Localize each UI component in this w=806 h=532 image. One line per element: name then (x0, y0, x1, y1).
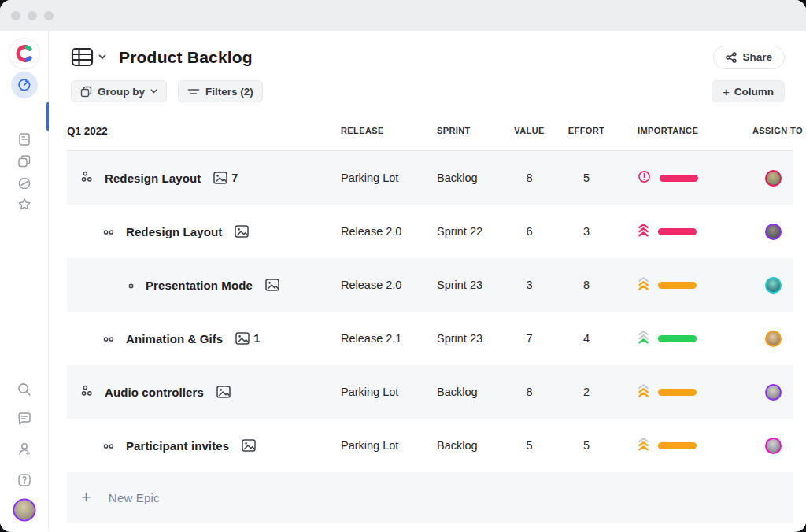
group-by-button[interactable]: Group by (71, 80, 167, 102)
attachment-badge (242, 439, 260, 452)
effort-cell[interactable]: 4 (567, 332, 606, 345)
column-header-release[interactable]: RELEASE (341, 126, 437, 135)
value-cell[interactable]: 6 (492, 225, 567, 238)
sprint-cell[interactable]: Backlog (437, 439, 492, 452)
column-header-assign-to[interactable]: ASSIGN TO (752, 126, 793, 135)
item-name-cell[interactable]: Animation & Gifs 1 (67, 331, 341, 345)
item-name-cell[interactable]: Redesign Layout 7 (67, 171, 341, 186)
invite-user-icon (17, 441, 32, 457)
importance-cell[interactable] (606, 330, 752, 347)
notes-icon (17, 132, 31, 146)
filters-label: Filters (2) (205, 86, 253, 98)
image-icon (242, 439, 256, 452)
table-row[interactable]: Redesign Layout 7 Parking Lot Backlog 8 … (67, 151, 793, 205)
column-header-effort[interactable]: EFFORT (567, 126, 606, 135)
table-row[interactable]: Redesign Layout Release 2.0 Sprint 22 6 … (67, 205, 793, 258)
release-cell[interactable]: Release 2.0 (341, 225, 437, 238)
sprint-cell[interactable]: Sprint 22 (437, 225, 492, 238)
value-cell[interactable]: 8 (492, 172, 567, 184)
value-cell[interactable]: 7 (492, 332, 567, 345)
item-type-icon (103, 224, 114, 238)
sprint-cell[interactable]: Sprint 23 (437, 279, 492, 291)
table-row[interactable]: Animation & Gifs 1 Release 2.1 Sprint 23… (67, 312, 793, 365)
table-row[interactable]: Audio controllers Parking Lot Backlog 8 … (67, 365, 793, 419)
attachment-count: 7 (231, 172, 238, 184)
table-row[interactable]: Presentation Mode Release 2.0 Sprint 23 … (67, 258, 793, 312)
group-header-label[interactable]: Q1 2022 (67, 125, 341, 137)
share-button[interactable]: Share (713, 46, 785, 69)
window-control-dot[interactable] (28, 11, 37, 20)
sprint-cell[interactable]: Backlog (437, 172, 492, 184)
sidebar-item-search[interactable] (17, 382, 32, 397)
sidebar-item-boards[interactable] (17, 154, 31, 169)
view-type-switcher[interactable] (71, 46, 106, 68)
sidebar-item-help[interactable] (17, 473, 31, 488)
importance-icon (638, 170, 651, 187)
item-name-cell[interactable]: Redesign Layout (67, 224, 341, 238)
importance-cell[interactable] (606, 170, 752, 187)
sidebar-user-avatar[interactable] (13, 499, 35, 522)
release-cell[interactable]: Release 2.1 (341, 332, 437, 345)
window-control-dot[interactable] (11, 11, 20, 20)
table-row[interactable]: Participant invites Parking Lot Backlog … (67, 419, 793, 472)
sprint-cell[interactable]: Backlog (437, 386, 492, 398)
column-header-sprint[interactable]: SPRINT (437, 126, 492, 135)
column-header-importance[interactable]: IMPORTANCE (606, 126, 752, 135)
importance-bar (658, 442, 697, 449)
item-name-cell[interactable]: Audio controllers (67, 385, 341, 400)
release-cell[interactable]: Parking Lot (341, 172, 437, 184)
sidebar-item-blocked[interactable] (17, 176, 31, 190)
item-name-cell[interactable]: Participant invites (67, 438, 341, 453)
assignee-cell[interactable] (752, 277, 793, 294)
importance-cell[interactable] (606, 276, 752, 294)
effort-cell[interactable]: 3 (567, 225, 606, 238)
main-content: Product Backlog Share Group (49, 31, 806, 531)
importance-cell[interactable] (606, 437, 752, 454)
craft-logo-icon (9, 39, 39, 68)
sidebar-item-dashboard[interactable] (11, 72, 38, 98)
value-cell[interactable]: 3 (492, 279, 567, 291)
backlog-table: Q1 2022 RELEASE SPRINT VALUE EFFORT IMPO… (67, 111, 793, 523)
effort-cell[interactable]: 2 (567, 386, 606, 398)
effort-cell[interactable]: 5 (567, 172, 606, 184)
app-window: Product Backlog Share Group (0, 0, 806, 532)
importance-cell[interactable] (606, 383, 752, 401)
assignee-cell[interactable] (752, 331, 793, 347)
add-column-label: Column (734, 86, 774, 98)
sidebar-item-invite[interactable] (17, 441, 32, 457)
search-icon (17, 382, 32, 397)
assignee-cell[interactable] (752, 384, 793, 401)
filters-button[interactable]: Filters (2) (178, 80, 263, 102)
importance-icon (638, 330, 649, 347)
window-titlebar (0, 0, 806, 31)
release-cell[interactable]: Parking Lot (341, 439, 437, 452)
value-cell[interactable]: 5 (492, 439, 567, 452)
add-column-button[interactable]: + Column (712, 80, 785, 102)
boards-icon (17, 154, 31, 169)
assignee-cell[interactable] (752, 224, 793, 240)
importance-bar (658, 228, 697, 235)
assignee-cell[interactable] (752, 170, 793, 187)
group-by-label: Group by (98, 86, 145, 98)
effort-cell[interactable]: 8 (567, 279, 606, 291)
app-logo[interactable] (9, 39, 39, 68)
release-cell[interactable]: Parking Lot (341, 386, 437, 398)
user-avatar (13, 499, 35, 522)
new-epic-button[interactable]: + New Epic (67, 472, 793, 523)
importance-bar (660, 175, 698, 182)
assignee-cell[interactable] (752, 438, 793, 454)
sidebar-item-favorites[interactable] (17, 198, 31, 212)
window-control-dot[interactable] (44, 11, 54, 20)
column-header-value[interactable]: VALUE (492, 126, 567, 135)
importance-cell[interactable] (606, 223, 752, 240)
sprint-cell[interactable]: Sprint 23 (437, 332, 492, 345)
importance-icon (638, 223, 649, 240)
value-cell[interactable]: 8 (492, 386, 567, 398)
release-cell[interactable]: Release 2.0 (341, 279, 437, 291)
item-name: Redesign Layout (105, 172, 201, 185)
sidebar-item-notes[interactable] (17, 132, 31, 146)
sidebar-item-comments[interactable] (17, 411, 32, 427)
item-name-cell[interactable]: Presentation Mode (67, 278, 341, 292)
effort-cell[interactable]: 5 (567, 439, 606, 452)
help-icon (17, 473, 31, 488)
